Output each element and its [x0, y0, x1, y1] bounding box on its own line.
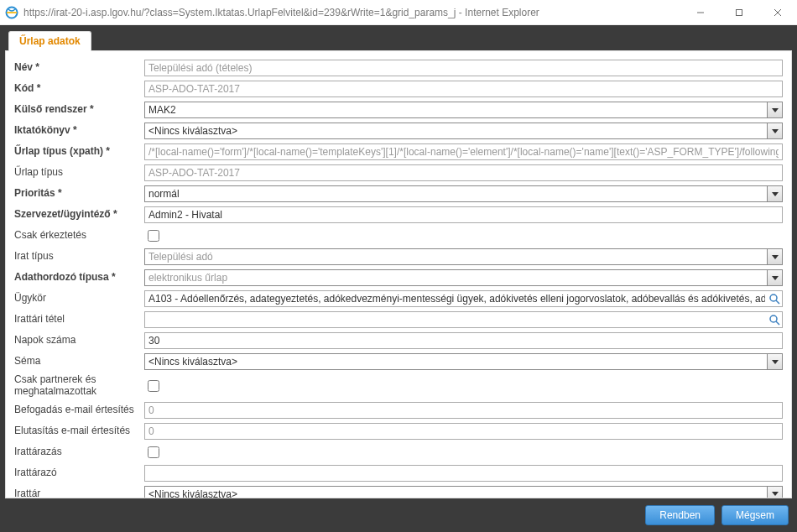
cancel-button[interactable]: Mégsem [721, 505, 789, 525]
window-titlebar: https://irat-20-i.asp.lgov.hu/?class=Sys… [0, 0, 797, 25]
label-irat-tipus: Irat típus [14, 251, 144, 263]
chevron-down-icon [767, 102, 782, 117]
input-urlap-tipus-xpath[interactable] [144, 143, 783, 160]
label-befogadas-email: Befogadás e-mail értesítés [14, 404, 144, 416]
chevron-down-icon [767, 186, 782, 201]
chevron-down-icon [767, 270, 782, 285]
input-ugykor[interactable] [144, 290, 783, 307]
input-irattari-tetel[interactable] [144, 311, 783, 328]
label-irattar: Irattár [14, 488, 144, 498]
input-kod[interactable] [144, 81, 783, 97]
input-nev[interactable] [144, 60, 783, 76]
combo-irat-tipus[interactable]: Települési adó [144, 248, 783, 265]
label-iktatokonyv: Iktatókönyv * [14, 125, 144, 137]
window-minimize-button[interactable] [681, 0, 720, 25]
label-adathordozo: Adathordozó típusa * [14, 272, 144, 284]
input-befogadas-email[interactable] [144, 402, 783, 419]
ok-button[interactable]: Rendben [645, 505, 715, 525]
label-prioritas: Prioritás * [14, 188, 144, 200]
combo-adathordozo-text: elektronikus űrlap [145, 272, 767, 284]
combo-prioritas[interactable]: normál [144, 185, 783, 202]
label-nev: Név * [14, 62, 144, 74]
label-kod: Kód * [14, 83, 144, 95]
dialog-shell: Űrlap adatok Név * Kód * Külső rendszer … [0, 25, 797, 532]
svg-line-8 [776, 321, 779, 325]
combo-irat-tipus-text: Települési adó [145, 251, 767, 263]
label-szervezet: Szervezet/ügyintéző * [14, 209, 144, 221]
checkbox-csak-partnerek[interactable] [148, 380, 159, 392]
combo-irattar-text: <Nincs kiválasztva> [145, 488, 767, 498]
label-csak-partnerek: Csak partnerek és meghatalmazottak [14, 374, 144, 398]
label-elutasitas-email: Elutasítás e-mail értesítés [14, 425, 144, 437]
window-maximize-button[interactable] [720, 0, 758, 25]
dialog-button-row: Rendben Mégsem [5, 498, 792, 527]
combo-iktatokonyv-text: <Nincs kiválasztva> [145, 125, 767, 137]
chevron-down-icon [767, 487, 782, 498]
checkbox-irattarazas[interactable] [148, 446, 159, 458]
window-close-button[interactable] [758, 0, 797, 25]
combo-prioritas-text: normál [145, 188, 767, 200]
label-napok-szama: Napok száma [14, 335, 144, 347]
svg-point-5 [770, 295, 777, 301]
label-csak-erkeztetes: Csak érkeztetés [14, 230, 144, 242]
tab-urlap-adatok[interactable]: Űrlap adatok [8, 31, 91, 51]
combo-irattar[interactable]: <Nincs kiválasztva> [144, 486, 783, 498]
input-irattarazo[interactable] [144, 465, 783, 482]
combo-iktatokonyv[interactable]: <Nincs kiválasztva> [144, 123, 783, 139]
search-icon[interactable] [768, 292, 781, 305]
search-icon[interactable] [768, 313, 781, 326]
input-urlap-tipus [144, 164, 783, 181]
label-irattarazas: Irattárazás [14, 446, 144, 458]
label-ugykor: Ügykör [14, 293, 144, 305]
form-panel: Név * Kód * Külső rendszer * MAK2 Iktató… [5, 50, 792, 498]
combo-kulso-rendszer-text: MAK2 [145, 104, 767, 116]
input-napok-szama[interactable] [144, 332, 783, 349]
ie-icon [5, 6, 18, 19]
input-elutasitas-email[interactable] [144, 423, 783, 440]
label-irattarazo: Irattárazó [14, 467, 144, 479]
svg-rect-2 [737, 9, 742, 15]
input-szervezet[interactable] [144, 206, 783, 223]
chevron-down-icon [767, 123, 782, 138]
label-urlap-tipus-xpath: Űrlap típus (xpath) * [14, 146, 144, 158]
chevron-down-icon [767, 354, 782, 369]
label-sema: Séma [14, 356, 144, 368]
label-irattari-tetel: Irattári tétel [14, 314, 144, 326]
combo-kulso-rendszer[interactable]: MAK2 [144, 102, 783, 118]
label-kulso-rendszer: Külső rendszer * [14, 104, 144, 116]
window-title: https://irat-20-i.asp.lgov.hu/?class=Sys… [23, 7, 539, 18]
combo-adathordozo[interactable]: elektronikus űrlap [144, 269, 783, 286]
chevron-down-icon [767, 249, 782, 264]
checkbox-csak-erkeztetes[interactable] [148, 230, 159, 242]
combo-sema-text: <Nincs kiválasztva> [145, 356, 767, 368]
svg-line-6 [776, 300, 779, 304]
label-urlap-tipus: Űrlap típus [14, 167, 144, 179]
svg-point-7 [770, 316, 777, 322]
combo-sema[interactable]: <Nincs kiválasztva> [144, 353, 783, 370]
